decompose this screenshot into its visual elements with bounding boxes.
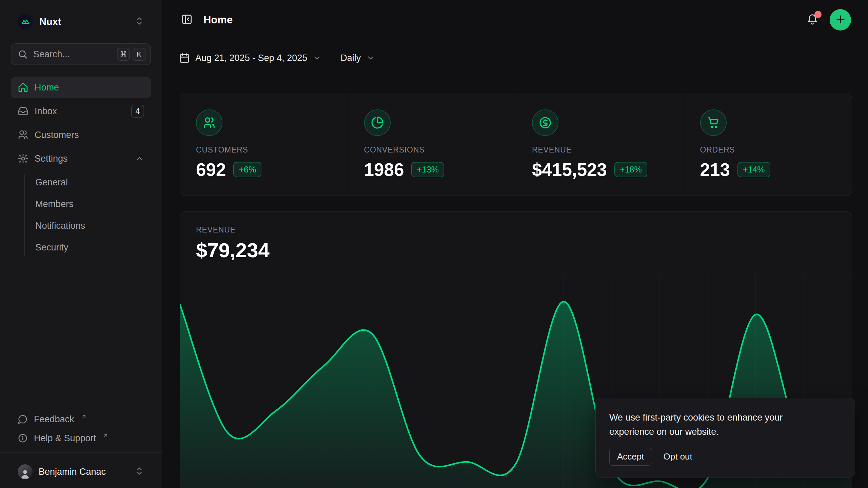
user-menu[interactable]: Benjamin Canac (11, 458, 151, 486)
stat-value: 1986 (364, 159, 404, 180)
chevron-up-icon (135, 154, 144, 163)
nuxt-logo-icon (18, 14, 33, 29)
stat-value: 692 (196, 159, 226, 180)
sidebar-item-label: Inbox (35, 106, 57, 117)
sidebar-subitem-general[interactable]: General (11, 171, 151, 193)
stat-label: CUSTOMERS (196, 145, 348, 155)
workspace-switcher[interactable]: Nuxt (11, 0, 151, 43)
search-placeholder: Search... (33, 49, 70, 60)
inbox-count-badge: 4 (131, 105, 144, 118)
collapse-sidebar-button[interactable] (179, 12, 195, 28)
sidebar-item-settings[interactable]: Settings (11, 148, 151, 169)
external-link-icon (81, 414, 87, 420)
divider (0, 452, 162, 453)
sidebar-footer: Feedback Help & Support Benjamin Canac (11, 410, 151, 488)
avatar (18, 464, 33, 479)
workspace-name: Nuxt (39, 16, 61, 27)
revenue-label: REVENUE (196, 225, 836, 235)
main-area: Home Aug 21, 2025 - Sep 4, 2025 Daily (162, 0, 868, 488)
search-icon (18, 49, 28, 59)
toolbar: Aug 21, 2025 - Sep 4, 2025 Daily (162, 40, 868, 76)
stat-label: ORDERS (700, 145, 852, 155)
info-icon (18, 433, 28, 443)
stat-value: 213 (700, 159, 730, 180)
home-icon (18, 82, 28, 93)
panel-left-close-icon (181, 14, 193, 26)
notifications-button[interactable] (805, 12, 820, 28)
kbd-cmd: ⌘ (117, 48, 130, 61)
sidebar-nav: Home Inbox4 Customers SettingsGeneralMem… (11, 77, 151, 258)
external-link-icon (103, 433, 108, 439)
stat-card-customers[interactable]: CUSTOMERS 692 +6% (180, 93, 348, 196)
stat-delta-badge: +13% (411, 162, 444, 177)
sidebar-subitem-security[interactable]: Security (11, 237, 151, 258)
revenue-total: $79,234 (196, 239, 836, 262)
page-title: Home (203, 14, 233, 26)
new-item-button[interactable] (830, 9, 851, 30)
plus-icon (835, 14, 846, 26)
calendar-icon (179, 53, 190, 63)
sidebar-item-home[interactable]: Home (11, 77, 151, 98)
settings-icon (18, 153, 28, 164)
shopping-cart-icon (700, 109, 727, 136)
kbd-k: K (133, 48, 145, 61)
granularity-select[interactable]: Daily (340, 53, 375, 63)
sidebar-subitem-notifications[interactable]: Notifications (11, 215, 151, 237)
sidebar-item-label: Customers (35, 130, 79, 140)
app-root: Nuxt Search... ⌘ K Home Inbox4 Customers… (0, 0, 868, 488)
notification-dot (814, 11, 822, 18)
accept-cookies-button[interactable]: Accept (609, 448, 652, 466)
stat-card-revenue[interactable]: REVENUE $415,523 +18% (516, 93, 684, 196)
content: CUSTOMERS 692 +6% CONVERSIONS 1986 +13% … (162, 76, 868, 488)
inbox-icon (18, 106, 28, 117)
stat-value: $415,523 (532, 159, 607, 180)
sidebar-subitem-members[interactable]: Members (11, 193, 151, 215)
stat-delta-badge: +18% (614, 162, 647, 177)
chevron-down-icon (313, 54, 321, 62)
sidebar-link-feedback[interactable]: Feedback (11, 410, 151, 429)
stat-delta-badge: +6% (233, 162, 261, 177)
sidebar-item-customers[interactable]: Customers (11, 124, 151, 146)
sidebar-item-inbox[interactable]: Inbox4 (11, 100, 151, 122)
stat-card-orders[interactable]: ORDERS 213 +14% (684, 93, 852, 196)
page-header: Home (162, 0, 868, 40)
sidebar-item-label: Settings (35, 154, 68, 164)
chevrons-up-down-icon (135, 466, 144, 477)
user-name: Benjamin Canac (39, 467, 106, 477)
pie-chart-icon (364, 109, 391, 136)
chevrons-up-down-icon (135, 16, 144, 27)
stat-card-conversions[interactable]: CONVERSIONS 1986 +13% (348, 93, 516, 196)
stat-label: CONVERSIONS (364, 145, 516, 155)
stats-card: CUSTOMERS 692 +6% CONVERSIONS 1986 +13% … (180, 93, 852, 196)
message-circle-icon (18, 414, 28, 424)
stat-delta-badge: +14% (737, 162, 770, 177)
users-icon (196, 109, 222, 136)
cookie-message: We use first-party cookies to enhance yo… (609, 410, 820, 439)
date-range-picker[interactable]: Aug 21, 2025 - Sep 4, 2025 (179, 53, 321, 63)
cookie-banner: We use first-party cookies to enhance yo… (595, 398, 855, 477)
optout-cookies-button[interactable]: Opt out (664, 451, 692, 462)
sidebar-item-label: Home (35, 82, 59, 93)
search-input[interactable]: Search... ⌘ K (11, 43, 151, 65)
granularity-value: Daily (340, 53, 361, 63)
stat-label: REVENUE (532, 145, 684, 155)
sidebar-subnav-settings: GeneralMembersNotificationsSecurity (11, 171, 151, 258)
date-range-value: Aug 21, 2025 - Sep 4, 2025 (195, 53, 307, 63)
sidebar: Nuxt Search... ⌘ K Home Inbox4 Customers… (0, 0, 162, 488)
users-icon (18, 129, 28, 140)
chevron-down-icon (366, 54, 375, 62)
sidebar-link-help-support[interactable]: Help & Support (11, 429, 151, 448)
circle-dollar-sign-icon (532, 109, 558, 136)
